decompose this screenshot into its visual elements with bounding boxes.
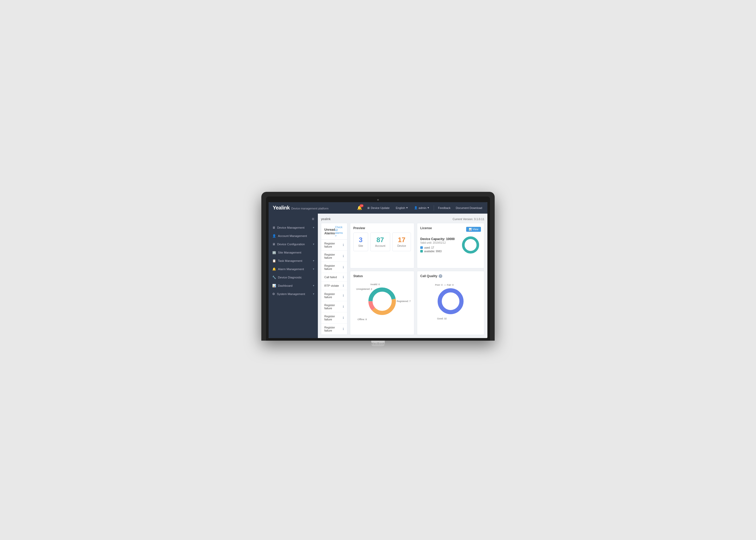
sidebar-item-task-management[interactable]: 📋 Task Management ▾ — [269, 257, 318, 265]
preview-stats: 3 Site 87 Account 17 Dev — [353, 232, 411, 251]
chevron-icon: ▾ — [313, 243, 314, 245]
alarm-mgmt-icon: 🔔 — [272, 267, 276, 271]
alarm-info-icon[interactable]: ℹ — [343, 284, 344, 288]
doc-download-link[interactable]: Document Download — [455, 205, 483, 210]
sidebar-toggle[interactable]: ≡ — [269, 216, 318, 223]
license-title: License — [420, 226, 432, 230]
device-config-icon: 🖥 — [272, 242, 275, 246]
used-label: used: 17 — [424, 246, 434, 249]
alarm-info-icon[interactable]: ℹ — [343, 316, 344, 320]
callquality-donut-svg — [435, 286, 466, 317]
sidebar-item-label: Alarm Management — [278, 268, 304, 271]
alarm-item[interactable]: Register failure ℹ — [321, 290, 347, 301]
chevron-icon: ▾ — [313, 292, 314, 295]
alarm-item[interactable]: Register failure ℹ — [321, 239, 347, 251]
used-dot — [420, 246, 423, 249]
main-content: yealink Current Version: 3.1.0.11 Previe… — [318, 213, 487, 338]
sidebar-item-device-management[interactable]: 🖥 Device Management ▾ — [269, 223, 318, 232]
legend-used: used: 17 — [420, 246, 457, 249]
alarm-info-icon[interactable]: ℹ — [343, 294, 344, 297]
alarm-info-icon[interactable]: ℹ — [343, 265, 344, 269]
callquality-title: Call Quality — [420, 274, 438, 278]
logo: Yealink — [273, 205, 290, 211]
svg-point-6 — [374, 293, 390, 310]
alarm-info-icon[interactable]: ℹ — [343, 243, 344, 247]
invalid-label: Invalid: 0 — [370, 283, 380, 286]
site-label: Site — [358, 244, 363, 247]
device-management-icon: 🖥 — [272, 226, 275, 229]
sidebar-item-account-management[interactable]: 👤 Account Management — [269, 232, 318, 240]
alarm-info-icon[interactable]: ℹ — [343, 305, 344, 309]
sidebar-item-label: Device Diagnostic — [278, 276, 302, 279]
alarms-header: Unread Alarms Check all alarms > — [321, 223, 347, 239]
sidebar-item-device-configuration[interactable]: 🖥 Device Configuration ▾ — [269, 240, 318, 248]
camera — [377, 199, 379, 201]
alarm-info-icon[interactable]: ℹ — [343, 327, 344, 331]
status-chart-wrapper: Invalid: 0 Unregistered: 2 Registered: 7 — [356, 281, 408, 322]
chevron-icon: ▾ — [313, 226, 314, 229]
device-stat[interactable]: 17 Device — [392, 232, 411, 251]
admin-label: admin — [419, 206, 427, 209]
view-label: View — [473, 228, 479, 231]
admin-icon: 👤 — [414, 206, 418, 209]
status-title: Status — [353, 274, 411, 278]
device-count: 17 — [397, 236, 406, 243]
check-all-alarms-link[interactable]: Check all alarms > — [335, 226, 344, 237]
feedback-link[interactable]: Feedback — [437, 205, 451, 210]
registered-label: Registered: 7 — [397, 300, 411, 303]
license-header: License 📊 View — [420, 226, 481, 232]
preview-card: Preview 3 Site 87 Account — [350, 223, 414, 268]
task-mgmt-icon: 📋 — [272, 259, 276, 263]
alarm-info-icon[interactable]: ℹ — [343, 254, 344, 258]
site-count: 3 — [358, 236, 363, 243]
site-stat[interactable]: 3 Site — [353, 232, 368, 251]
alarm-info-icon[interactable]: ℹ — [343, 275, 344, 279]
license-legend: used: 17 available: 9983 — [420, 246, 457, 253]
device-label: Device — [397, 244, 406, 247]
sidebar-item-dashboard[interactable]: 📊 Dashboard ▾ — [269, 282, 318, 290]
notification-bell[interactable]: 🔔 17 — [357, 205, 362, 210]
alarm-label: Register failure — [324, 242, 343, 248]
alarm-item[interactable]: Register failure ℹ — [321, 301, 347, 312]
alarm-item[interactable]: Call failed ℹ — [321, 273, 347, 282]
breadcrumb-bar: yealink Current Version: 3.1.0.11 — [321, 216, 484, 223]
alarm-item[interactable]: Register failure ℹ — [321, 324, 347, 335]
license-view-button[interactable]: 📊 View — [466, 227, 481, 232]
account-label: Account — [375, 244, 386, 247]
license-donut-svg — [460, 235, 481, 255]
alarm-item[interactable]: RTP violate ℹ — [321, 282, 347, 290]
sidebar-item-device-diagnostic[interactable]: 🔧 Device Diagnostic — [269, 273, 318, 282]
sidebar-item-system-management[interactable]: ⚙ System Management ▾ — [269, 290, 318, 298]
alarm-label: Register failure — [324, 304, 343, 310]
dashboard-icon: 📊 — [272, 284, 276, 288]
system-mgmt-icon: ⚙ — [272, 292, 275, 296]
account-count: 87 — [375, 236, 386, 243]
license-valid: Valid until: 2019/01/12 — [420, 241, 457, 244]
language-label: English — [396, 206, 405, 209]
alarm-item[interactable]: Register failure ℹ — [321, 251, 347, 262]
unregistered-label: Unregistered: 2 — [356, 288, 372, 290]
sidebar-item-site-management[interactable]: 🏢 Site Management — [269, 248, 318, 257]
device-update-link[interactable]: 🖥 Device Update — [365, 205, 391, 210]
license-info: Device Capacity: 10000 Valid until: 2019… — [420, 237, 457, 253]
license-donut-chart — [460, 235, 481, 255]
sidebar-item-label: System Management — [277, 292, 305, 296]
help-icon[interactable]: ? — [439, 274, 442, 278]
language-selector[interactable]: English ▾ — [394, 205, 409, 210]
poor-label: Poor: 0 — Fair: 0 — [435, 284, 454, 286]
alarms-title: Unread Alarms — [324, 228, 335, 235]
alarm-item[interactable]: Register failure ℹ — [321, 262, 347, 273]
laptop-brand: MacBook — [371, 342, 385, 345]
view-icon: 📊 — [469, 228, 472, 231]
svg-point-8 — [443, 294, 458, 309]
device-update-icon: 🖥 — [367, 206, 370, 209]
alarm-item[interactable]: Register failure ℹ — [321, 312, 347, 324]
callquality-card: Call Quality ? — [417, 271, 484, 335]
account-stat[interactable]: 87 Account — [370, 232, 390, 251]
license-capacity: Device Capacity: 10000 — [420, 237, 457, 241]
admin-menu[interactable]: 👤 admin ▾ — [413, 205, 431, 210]
legend-available: available: 9983 — [420, 250, 457, 253]
account-management-icon: 👤 — [272, 234, 276, 238]
alarm-label: RTP violate — [324, 284, 339, 287]
sidebar-item-alarm-management[interactable]: 🔔 Alarm Management ▾ — [269, 265, 318, 273]
